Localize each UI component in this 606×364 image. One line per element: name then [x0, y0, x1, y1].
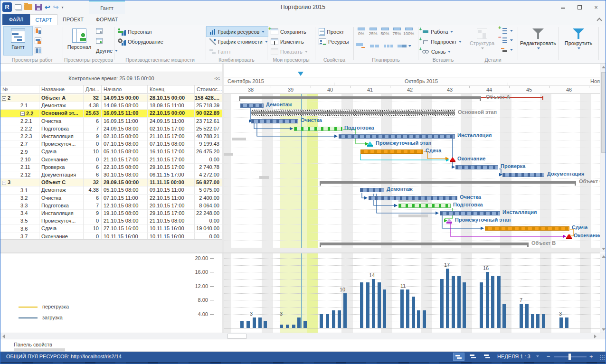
- column-header[interactable]: №: [0, 85, 39, 94]
- zoom-out-button[interactable]: −: [547, 353, 550, 360]
- milestone-cyan-marker[interactable]: [367, 141, 373, 147]
- ribbon-button-view-calendar[interactable]: [35, 47, 41, 55]
- ribbon-button-pct-0[interactable]: 0%: [355, 28, 367, 36]
- redo-icon[interactable]: ↪: [53, 4, 59, 10]
- task-bar[interactable]: [398, 204, 451, 208]
- ribbon-button-sched-split[interactable]: [370, 43, 379, 48]
- column-header[interactable]: Название: [39, 85, 84, 94]
- task-bar[interactable]: [485, 226, 569, 231]
- task-bar[interactable]: [339, 134, 455, 139]
- ribbon-button-gantt-combine[interactable]: Гантт: [207, 47, 268, 56]
- summary-bar[interactable]: [320, 181, 576, 184]
- collapse-icon[interactable]: −: [2, 181, 6, 185]
- properties-panel-label[interactable]: Панель свойств: [14, 342, 52, 347]
- task-bar[interactable]: [294, 127, 342, 131]
- view-table-icon[interactable]: [468, 353, 479, 361]
- undo-icon[interactable]: ↩: [45, 4, 50, 10]
- table-row[interactable]: 2.1Демонтаж4.3814.09.15 08:0018.09.15 11…: [0, 102, 222, 110]
- table-row[interactable]: 2.7Промежуточ...007.10.15 08:0007.10.15 …: [0, 140, 222, 148]
- table-row[interactable]: 2.11Проверка622.10.15 08:0029.10.15 17:0…: [0, 164, 222, 171]
- ribbon-button-view-network[interactable]: [35, 27, 41, 35]
- view-chart-icon[interactable]: [482, 353, 493, 361]
- panel-splitter-horizontal[interactable]: [0, 252, 600, 253]
- table-row[interactable]: 3.1Демонтаж4.3805.10.15 08:0009.10.15 11…: [0, 187, 222, 194]
- timescale-dropdown-icon[interactable]: [536, 355, 539, 357]
- task-bar[interactable]: [251, 119, 298, 123]
- column-header[interactable]: Стоимос...: [195, 85, 222, 94]
- task-bar[interactable]: [360, 149, 423, 154]
- histogram-vertical-scrollbar[interactable]: [600, 253, 606, 333]
- ribbon-button-show-view[interactable]: Показать: [268, 47, 308, 56]
- table-row[interactable]: 3.2Очистка607.10.15 11:0022.10.15 11:002…: [0, 195, 222, 202]
- ribbon-button-pct-50[interactable]: 50%: [379, 28, 391, 36]
- scroll-left-icon[interactable]: [2, 335, 5, 338]
- ribbon-button-project[interactable]: Проект: [316, 27, 349, 37]
- scrollbar-thumb[interactable]: [601, 72, 606, 153]
- ribbon-button-cost-chart[interactable]: График стоимости: [207, 37, 268, 47]
- open-icon[interactable]: [24, 4, 32, 10]
- ribbon-button-scroll[interactable]: Прокрутить: [560, 26, 597, 56]
- resize-grip[interactable]: [599, 355, 605, 360]
- scroll-right-icon[interactable]: [594, 335, 597, 338]
- ribbon-button-pct-100[interactable]: 100%: [403, 28, 415, 36]
- table-row[interactable]: 3.4Инсталляция919.10.15 08:0029.10.15 17…: [0, 210, 222, 217]
- task-bar[interactable]: [240, 103, 264, 108]
- ribbon-button-sched-join[interactable]: [384, 43, 393, 48]
- ribbon-button-structure[interactable]: Структура: [469, 26, 495, 56]
- new-window-icon[interactable]: [15, 4, 21, 10]
- view-gantt-icon[interactable]: [453, 353, 464, 361]
- table-row[interactable]: 2.2.3Инсталляция902.10.15 08:0021.10.15 …: [0, 133, 222, 140]
- zoom-in-button[interactable]: +: [589, 353, 593, 360]
- ribbon-collapse-icon[interactable]: [597, 17, 602, 22]
- collapse-icon[interactable]: −: [20, 112, 25, 116]
- ribbon-button-capacity-personnel[interactable]: Персонал: [115, 27, 163, 37]
- maximize-button[interactable]: [575, 4, 584, 11]
- tab-project[interactable]: ПРОЕКТ: [57, 14, 89, 25]
- column-header[interactable]: Дли...: [84, 85, 102, 94]
- scroll-up-icon[interactable]: [602, 66, 606, 68]
- control-time-marker[interactable]: [298, 72, 303, 76]
- zoom-slider-thumb[interactable]: [568, 354, 571, 360]
- panel-collapse-button[interactable]: <<: [214, 72, 219, 85]
- task-bar[interactable]: [502, 173, 544, 177]
- table-row[interactable]: 2.10Окончание021.10.15 17:0021.10.15 17:…: [0, 156, 222, 164]
- ribbon-button-detail-remove[interactable]: [498, 37, 513, 44]
- save-icon[interactable]: [35, 4, 42, 10]
- ribbon-button-resources[interactable]: Ресурсы: [316, 37, 349, 47]
- ribbon-button-insert-link[interactable]: Связь: [419, 47, 462, 56]
- milestone-violet-marker[interactable]: [446, 218, 452, 224]
- ribbon-button-edit[interactable]: Редактировать: [520, 26, 557, 56]
- table-row[interactable]: −3Объект С3228.09.15 00:0011.11.15 00:00…: [0, 179, 222, 187]
- summary-bar[interactable]: [320, 243, 529, 245]
- table-row[interactable]: 2.9Сдача1005.10.15 08:0016.10.15 17:0026…: [0, 148, 222, 156]
- collapse-icon[interactable]: −: [2, 96, 6, 101]
- panel-splitter-vertical[interactable]: [222, 64, 224, 333]
- task-bar[interactable]: [455, 165, 498, 169]
- ribbon-button-pct-25[interactable]: 25%: [367, 28, 379, 36]
- scroll-down-icon[interactable]: [602, 328, 606, 331]
- minimize-button[interactable]: [558, 4, 568, 11]
- qat-customize-icon[interactable]: ▾: [61, 5, 63, 9]
- scroll-up-icon[interactable]: [602, 255, 606, 258]
- table-row[interactable]: 2.2.2Подготовка724.09.15 08:0002.10.15 1…: [0, 125, 222, 133]
- ribbon-button-save-view[interactable]: Сохранить: [268, 27, 308, 37]
- milestone-red-marker[interactable]: [450, 157, 455, 162]
- horizontal-scrollbar[interactable]: [0, 333, 606, 339]
- table-row[interactable]: 3.6Сдача1027.10.15 16:0010.11.15 16:0019…: [0, 225, 222, 233]
- scroll-down-icon[interactable]: [602, 248, 606, 250]
- ribbon-button-personnel[interactable]: Персонал: [65, 26, 94, 56]
- ribbon-button-resource-chart[interactable]: График ресурсов: [207, 27, 268, 37]
- ribbon-button-gantt[interactable]: Гантт: [3, 26, 33, 56]
- summary-bar-selected[interactable]: [251, 110, 455, 116]
- ribbon-button-capacity-equipment[interactable]: Оборудование: [115, 37, 163, 47]
- table-row[interactable]: 3.5Промежуточ...021.10.15 08:0021.10.15 …: [0, 217, 222, 225]
- milestone-red-marker[interactable]: [566, 234, 572, 239]
- tab-start[interactable]: СТАРТ: [30, 14, 57, 25]
- task-bar[interactable]: [440, 211, 500, 215]
- ribbon-button-sched-level[interactable]: [398, 43, 411, 48]
- ribbon-button-insert-subproject[interactable]: Подпроект: [419, 37, 462, 47]
- tab-file[interactable]: ФАЙЛ: [2, 14, 30, 25]
- scrollbar-thumb[interactable]: [227, 334, 246, 339]
- ribbon-button-detail-add[interactable]: [498, 27, 513, 34]
- ribbon-button-view-wbs[interactable]: [35, 37, 41, 45]
